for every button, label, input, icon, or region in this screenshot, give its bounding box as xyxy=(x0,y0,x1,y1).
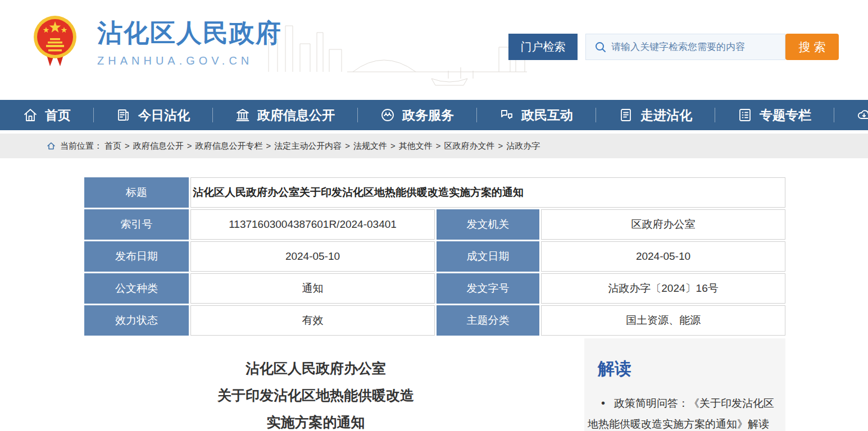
meta-label-publish-date: 发布日期 xyxy=(84,241,189,272)
nav-item-label: 今日沾化 xyxy=(138,107,190,124)
meta-value-publish-date: 2024-05-10 xyxy=(190,241,435,272)
home-icon xyxy=(22,107,38,123)
nav-item-public-interaction[interactable]: 政民互动 xyxy=(476,100,596,130)
article-title-line2: 关于印发沾化区地热能供暖改造 xyxy=(84,382,547,409)
portal-search-button[interactable]: 门户检索 xyxy=(508,34,578,60)
meta-label-topic-category: 主题分类 xyxy=(437,305,539,336)
meta-label-index-number: 索引号 xyxy=(84,209,189,240)
nav-item-open-data[interactable]: 数据开放 xyxy=(834,100,868,130)
interpretation-heading: 解读 xyxy=(598,357,785,380)
search-button[interactable]: 搜 索 xyxy=(785,34,839,60)
nav-item-today-zhanhua[interactable]: 今日沾化 xyxy=(93,100,212,130)
meta-value-document-number: 沾政办字〔2024〕16号 xyxy=(541,273,785,304)
main-navbar: 首页 今日沾化 政府信息公开 xyxy=(0,100,868,130)
breadcrumb-item-statutory-content[interactable]: 法定主动公开内容 xyxy=(274,141,353,152)
interpretation-panel: 解读 政策简明问答：《关于印发沾化区地热能供暖改造实施方案的通知》解读 xyxy=(584,338,785,431)
nav-item-home[interactable]: 首页 xyxy=(0,100,93,130)
breadcrumb-bar: 当前位置： 首页 政府信息公开 政府信息公开专栏 法定主动公开内容 法规文件 其… xyxy=(0,134,868,158)
meta-value-issuing-agency: 区政府办公室 xyxy=(541,209,785,240)
article-title: 沾化区人民政府办公室 关于印发沾化区地热能供暖改造 实施方案的通知 xyxy=(84,355,547,431)
handshake-icon xyxy=(380,107,396,123)
header-cityscape-art xyxy=(263,4,533,97)
interpretation-link[interactable]: 政策简明问答：《关于印发沾化区地热能供暖改造实施方案的通知》解读 xyxy=(588,393,779,431)
meta-label-document-type: 公文种类 xyxy=(84,273,189,304)
search-icon xyxy=(594,41,607,53)
nav-item-enter-zhanhua[interactable]: 走进沾化 xyxy=(596,100,715,130)
meta-value-title: 沾化区人民政府办公室关于印发沾化区地热能供暖改造实施方案的通知 xyxy=(190,177,785,208)
meta-value-validity-status: 有效 xyxy=(190,305,435,336)
breadcrumb-item-home[interactable]: 首页 xyxy=(104,141,133,152)
meta-value-document-type: 通知 xyxy=(190,273,435,304)
chat-icon xyxy=(499,107,515,123)
list-icon xyxy=(737,107,753,123)
nav-item-label: 政务服务 xyxy=(402,107,454,124)
meta-label-document-number: 发文字号 xyxy=(437,273,539,304)
nav-item-label: 政民互动 xyxy=(521,107,573,124)
site-name: 沾化区人民政府 xyxy=(97,16,282,50)
site-domain: ZHANHUA.GOV.CN xyxy=(97,54,282,67)
meta-value-written-date: 2024-05-10 xyxy=(541,241,785,272)
breadcrumb: 当前位置： 首页 政府信息公开 政府信息公开专栏 法定主动公开内容 法规文件 其… xyxy=(0,134,868,158)
nav-item-special-columns[interactable]: 专题专栏 xyxy=(715,100,834,130)
meta-label-issuing-agency: 发文机关 xyxy=(437,209,539,240)
news-icon xyxy=(116,107,131,123)
article-title-line3: 实施方案的通知 xyxy=(84,409,547,431)
breadcrumb-prefix: 当前位置： xyxy=(60,141,102,152)
breadcrumb-item-district-office-files[interactable]: 区政府办文件 xyxy=(444,141,507,152)
meta-value-topic-category: 国土资源、能源 xyxy=(541,305,785,336)
breadcrumb-item-current: 沾政办字 xyxy=(506,141,540,152)
national-emblem-icon xyxy=(31,15,79,68)
page: 沾化区人民政府 ZHANHUA.GOV.CN 门户检索 搜 索 首页 xyxy=(0,0,868,431)
nav-items: 首页 今日沾化 政府信息公开 xyxy=(0,100,868,130)
site-header: 沾化区人民政府 ZHANHUA.GOV.CN 门户检索 搜 索 xyxy=(0,0,868,100)
meta-label-written-date: 成文日期 xyxy=(437,241,539,272)
nav-item-label: 专题专栏 xyxy=(760,107,811,124)
breadcrumb-item-regulation-files[interactable]: 法规文件 xyxy=(353,141,399,152)
breadcrumb-item-gov-info-column[interactable]: 政府信息公开专栏 xyxy=(196,141,275,152)
nav-item-gov-info-disclosure[interactable]: 政府信息公开 xyxy=(212,100,357,130)
breadcrumb-home-icon xyxy=(47,141,56,150)
nav-item-label: 政府信息公开 xyxy=(257,107,335,124)
nav-item-gov-services[interactable]: 政务服务 xyxy=(357,100,476,130)
gov-building-icon xyxy=(235,107,251,123)
nav-item-label: 走进沾化 xyxy=(640,107,692,124)
document-metadata-table: 标题 沾化区人民政府办公室关于印发沾化区地热能供暖改造实施方案的通知 索引号 1… xyxy=(84,177,785,336)
document-icon xyxy=(618,107,634,123)
meta-label-validity-status: 效力状态 xyxy=(84,305,189,336)
meta-value-index-number: 11371603004387601R/2024-03401 xyxy=(190,209,435,240)
meta-label-title: 标题 xyxy=(84,177,189,208)
nav-item-label: 首页 xyxy=(45,107,71,124)
site-title-block: 沾化区人民政府 ZHANHUA.GOV.CN xyxy=(97,16,282,67)
site-logo[interactable]: 沾化区人民政府 ZHANHUA.GOV.CN xyxy=(31,15,282,68)
cloud-download-icon xyxy=(856,107,868,123)
search-input[interactable] xyxy=(607,34,785,59)
article-title-line1: 沾化区人民政府办公室 xyxy=(84,355,547,382)
breadcrumb-item-other-files[interactable]: 其他文件 xyxy=(399,141,444,152)
breadcrumb-item-gov-info[interactable]: 政府信息公开 xyxy=(133,141,196,152)
search-box xyxy=(585,34,785,60)
